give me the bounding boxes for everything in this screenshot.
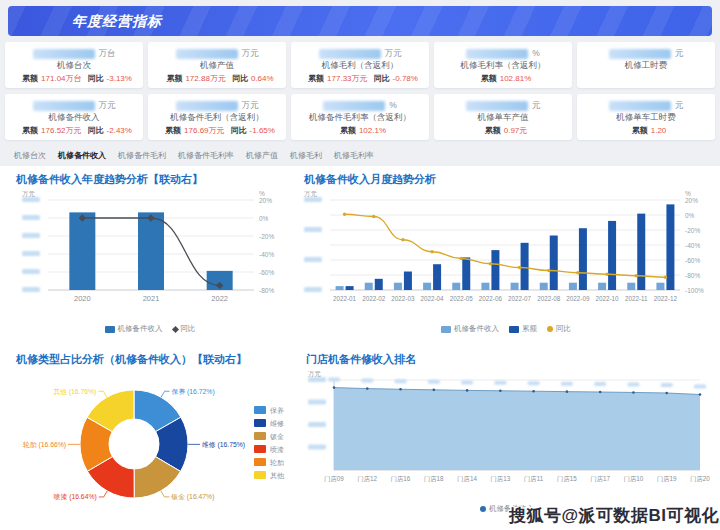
- redacted-axis-label: [361, 379, 373, 383]
- chart-yearly-trend: 机修备件收入年度趋势分析【联动右】 20%0%-20%-40%-60%-80%万…: [8, 172, 292, 344]
- tab-机修备件毛利率[interactable]: 机修备件毛利率: [178, 150, 234, 161]
- area-point[interactable]: [433, 389, 436, 392]
- bar-机修备件收入-2022-03[interactable]: [394, 283, 402, 290]
- donut-legend-swatch-维修[interactable]: [254, 419, 266, 427]
- bar-累额-2022-04[interactable]: [433, 264, 441, 290]
- area-point[interactable]: [499, 390, 502, 393]
- bar-机修备件收入-2022-07[interactable]: [511, 283, 519, 290]
- bar-2020[interactable]: [69, 212, 95, 290]
- line-marker[interactable]: [430, 250, 433, 253]
- bar-累额-2022-07[interactable]: [521, 243, 529, 290]
- bar-累额-2022-11[interactable]: [637, 214, 645, 290]
- svg-text:2022-04: 2022-04: [421, 295, 445, 302]
- monthly-trend-svg: 20%0%-20%-40%-60%-80%-100%万元%2022-012022…: [296, 188, 716, 318]
- legend-item-累额[interactable]: 累额: [509, 324, 537, 334]
- bar-机修备件收入-2022-12[interactable]: [656, 283, 664, 290]
- svg-text:20%: 20%: [259, 197, 272, 204]
- line-marker[interactable]: [518, 266, 521, 269]
- bar-累额-2022-10[interactable]: [608, 221, 616, 290]
- kpi-card-1-2[interactable]: %机修备件毛利率（含返利）累额102.1%: [291, 94, 429, 140]
- svg-text:%: %: [685, 190, 691, 197]
- line-marker[interactable]: [635, 274, 638, 277]
- legend-swatch: [441, 326, 451, 333]
- legend-item-机修备件收入[interactable]: 机修备件收入: [105, 324, 163, 334]
- line-marker[interactable]: [605, 273, 608, 276]
- line-marker[interactable]: [372, 215, 375, 218]
- line-marker[interactable]: [343, 213, 346, 216]
- bar-累额-2022-01[interactable]: [346, 286, 354, 290]
- store-ranking-plot[interactable]: 万元门店09门店12门店16门店18门店14门店13门店11门店15门店17门店…: [298, 368, 716, 516]
- kpi-card-0-4[interactable]: 元机修工时费: [577, 42, 715, 88]
- bar-机修备件收入-2022-08[interactable]: [540, 283, 548, 290]
- tab-机修台次[interactable]: 机修台次: [14, 150, 46, 161]
- stat-value: 176.69万元: [184, 126, 224, 135]
- kpi-card-0-3[interactable]: %机修毛利率（含返利）累额102.81%: [434, 42, 572, 88]
- kpi-card-0-0[interactable]: 万台机修台次累额171.04万台同比-3.13%: [5, 42, 143, 88]
- donut-legend-swatch-轮胎[interactable]: [254, 458, 266, 466]
- yearly-trend-plot[interactable]: 20%0%-20%-40%-60%-80%万元%202020212022机修备件…: [8, 188, 292, 336]
- bar-机修备件收入-2022-09[interactable]: [569, 283, 577, 290]
- kpi-card-0-1[interactable]: 万元机修产值累额172.88万元同比0.64%: [148, 42, 286, 88]
- area-point[interactable]: [532, 390, 535, 393]
- stat-name: 累额: [308, 74, 324, 83]
- line-marker[interactable]: [489, 262, 492, 265]
- line-marker[interactable]: [664, 276, 667, 279]
- kpi-unit: %: [532, 48, 540, 58]
- area-point[interactable]: [599, 391, 602, 394]
- bar-机修备件收入-2022-01[interactable]: [336, 286, 344, 290]
- donut-legend-swatch-其他[interactable]: [254, 471, 266, 479]
- area-point[interactable]: [399, 388, 402, 391]
- stat-value: 0.64%: [251, 74, 274, 83]
- bar-机修备件收入-2022-06[interactable]: [481, 283, 489, 290]
- bar-累额-2022-08[interactable]: [550, 236, 558, 290]
- donut-legend-swatch-钣金[interactable]: [254, 432, 266, 440]
- monthly-trend-plot[interactable]: 20%0%-20%-40%-60%-80%-100%万元%2022-012022…: [296, 188, 716, 336]
- bar-累额-2022-03[interactable]: [404, 272, 412, 290]
- area-point[interactable]: [699, 393, 702, 396]
- bar-累额-2022-05[interactable]: [462, 257, 470, 290]
- redacted-axis-label: [428, 380, 440, 384]
- kpi-value-redacted: [319, 49, 381, 59]
- donut-legend-swatch-喷漆[interactable]: [254, 445, 266, 453]
- line-marker[interactable]: [547, 269, 550, 272]
- area-point[interactable]: [366, 387, 369, 390]
- kpi-stats: 累额1.20: [577, 125, 715, 136]
- bar-机修备件收入-2022-11[interactable]: [627, 283, 635, 290]
- redacted-axis-label: [308, 377, 326, 382]
- bar-累额-2022-02[interactable]: [375, 279, 383, 290]
- svg-text:万元: 万元: [22, 190, 36, 197]
- bar-机修备件收入-2022-05[interactable]: [452, 283, 460, 290]
- area-fill[interactable]: [334, 388, 700, 470]
- area-point[interactable]: [632, 391, 635, 394]
- area-point[interactable]: [665, 392, 668, 395]
- area-point[interactable]: [333, 386, 336, 389]
- area-point[interactable]: [466, 389, 469, 392]
- bar-2021[interactable]: [138, 212, 164, 290]
- area-point[interactable]: [566, 390, 569, 393]
- stat-name: 累额: [165, 126, 181, 135]
- legend-item-同比[interactable]: 同比: [173, 324, 196, 334]
- line-marker[interactable]: [401, 238, 404, 241]
- kpi-card-1-1[interactable]: 万元机修备件毛利（含返利）累额176.69万元同比-1.65%: [148, 94, 286, 140]
- tab-机修产值[interactable]: 机修产值: [246, 150, 278, 161]
- tab-机修毛利率[interactable]: 机修毛利率: [334, 150, 374, 161]
- tab-机修毛利[interactable]: 机修毛利: [290, 150, 322, 161]
- bar-累额-2022-06[interactable]: [491, 250, 499, 290]
- line-marker[interactable]: [576, 271, 579, 274]
- bar-机修备件收入-2022-04[interactable]: [423, 283, 431, 290]
- bar-机修备件收入-2022-02[interactable]: [365, 283, 373, 290]
- tab-机修备件毛利[interactable]: 机修备件毛利: [118, 150, 166, 161]
- bar-机修备件收入-2022-10[interactable]: [598, 283, 606, 290]
- kpi-card-1-4[interactable]: 元机修单车工时费累额1.20: [577, 94, 715, 140]
- legend-item-机修备件收入[interactable]: 机修备件收入: [441, 324, 499, 334]
- line-marker[interactable]: [460, 257, 463, 260]
- donut-legend-swatch-保养[interactable]: [254, 406, 266, 414]
- repair-type-donut[interactable]: 保养 (16.72%)维修 (16.75%)钣金 (16.47%)喷漆 (16.…: [8, 368, 296, 528]
- bar-累额-2022-12[interactable]: [666, 204, 674, 290]
- kpi-card-0-2[interactable]: 万元机修毛利（含返利）累额177.33万元同比-0.78%: [291, 42, 429, 88]
- legend-item-同比[interactable]: 同比: [547, 324, 571, 334]
- kpi-card-1-0[interactable]: 万元机修备件收入累额176.52万元同比-2.43%: [5, 94, 143, 140]
- kpi-card-1-3[interactable]: 元机修单车产值累额0.97元: [434, 94, 572, 140]
- bar-累额-2022-09[interactable]: [579, 228, 587, 290]
- tab-机修备件收入[interactable]: 机修备件收入: [58, 150, 106, 161]
